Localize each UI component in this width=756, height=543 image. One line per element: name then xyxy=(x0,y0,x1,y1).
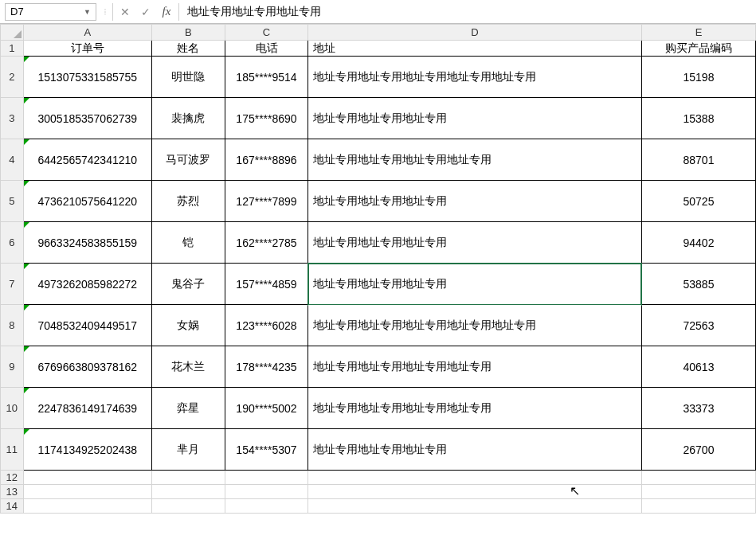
cell[interactable]: 明世隐 xyxy=(151,57,225,98)
cell[interactable]: 157****4859 xyxy=(225,264,307,305)
cell[interactable] xyxy=(308,485,642,499)
row-header-4[interactable]: 4 xyxy=(1,139,24,181)
header-cell[interactable]: 购买产品编码 xyxy=(641,41,755,57)
cell[interactable]: 167****8896 xyxy=(225,139,307,181)
cell[interactable]: 72563 xyxy=(641,305,755,346)
cell[interactable]: 地址专用地址专用地址专用地址专用地址专用 xyxy=(308,57,642,98)
cell[interactable] xyxy=(641,471,755,485)
cell[interactable] xyxy=(225,499,307,514)
cell[interactable]: 2247836149174639 xyxy=(23,388,151,429)
select-all-corner[interactable] xyxy=(1,25,24,41)
cell[interactable] xyxy=(151,471,225,485)
row-header-3[interactable]: 3 xyxy=(1,98,24,139)
cell[interactable]: 鬼谷子 xyxy=(151,264,225,305)
header-cell[interactable]: 姓名 xyxy=(151,41,225,57)
cell[interactable] xyxy=(308,499,642,514)
cell[interactable]: 6442565742341210 xyxy=(23,139,151,181)
cell[interactable] xyxy=(225,471,307,485)
row-header-9[interactable]: 9 xyxy=(1,346,24,388)
cell[interactable]: 地址专用地址专用地址专用地址专用 xyxy=(308,388,642,429)
cell[interactable] xyxy=(641,485,755,499)
cell[interactable] xyxy=(151,499,225,514)
cell[interactable]: 1513075331585755 xyxy=(23,57,151,98)
column-header-B[interactable]: B xyxy=(151,25,225,41)
cell[interactable]: 弈星 xyxy=(151,388,225,429)
cell[interactable] xyxy=(641,499,755,514)
cell[interactable] xyxy=(23,471,151,485)
cell[interactable]: 裴擒虎 xyxy=(151,98,225,139)
cell[interactable]: 地址专用地址专用地址专用 xyxy=(308,264,642,305)
cell[interactable]: 15388 xyxy=(641,98,755,139)
cell[interactable]: 4973262085982272 xyxy=(23,264,151,305)
cell[interactable]: 154****5307 xyxy=(225,429,307,471)
row-header-2[interactable]: 2 xyxy=(1,57,24,98)
column-header-A[interactable]: A xyxy=(23,25,151,41)
cell[interactable]: 33373 xyxy=(641,388,755,429)
cell-value: 2247836149174639 xyxy=(38,402,138,415)
cell[interactable]: 地址专用地址专用地址专用 xyxy=(308,222,642,264)
cell[interactable]: 6769663809378162 xyxy=(23,346,151,388)
cell[interactable]: 15198 xyxy=(641,57,755,98)
row-header-12[interactable]: 12 xyxy=(1,471,24,485)
cell[interactable]: 7048532409449517 xyxy=(23,305,151,346)
column-header-C[interactable]: C xyxy=(225,25,307,41)
row-header-7[interactable]: 7 xyxy=(1,264,24,305)
cell[interactable]: 127****7899 xyxy=(225,181,307,222)
cell[interactable]: 苏烈 xyxy=(151,181,225,222)
cell[interactable] xyxy=(23,485,151,499)
cell[interactable]: 4736210575641220 xyxy=(23,181,151,222)
header-cell[interactable]: 订单号 xyxy=(23,41,151,57)
cell-value: 地址专用地址专用地址专用地址专用 xyxy=(313,360,492,373)
cell[interactable]: 3005185357062739 xyxy=(23,98,151,139)
cell[interactable]: 地址专用地址专用地址专用地址专用 xyxy=(308,139,642,181)
row-header-10[interactable]: 10 xyxy=(1,388,24,429)
cell[interactable] xyxy=(225,485,307,499)
cell[interactable]: 地址专用地址专用地址专用地址专用 xyxy=(308,346,642,388)
cell[interactable]: 花木兰 xyxy=(151,346,225,388)
cell[interactable]: 9663324583855159 xyxy=(23,222,151,264)
cell[interactable]: 175****8690 xyxy=(225,98,307,139)
cell[interactable]: 女娲 xyxy=(151,305,225,346)
cell[interactable]: 53885 xyxy=(641,264,755,305)
cell[interactable]: 123****6028 xyxy=(225,305,307,346)
header-cell[interactable]: 电话 xyxy=(225,41,307,57)
cell[interactable]: 162****2785 xyxy=(225,222,307,264)
cell[interactable]: 50725 xyxy=(641,181,755,222)
cell[interactable] xyxy=(308,471,642,485)
column-header-D[interactable]: D xyxy=(308,25,642,41)
cell[interactable]: 地址专用地址专用地址专用 xyxy=(308,429,642,471)
cell[interactable]: 1174134925202438 xyxy=(23,429,151,471)
cell[interactable]: 94402 xyxy=(641,222,755,264)
confirm-button[interactable]: ✓ xyxy=(135,3,156,21)
name-box[interactable]: D7 ▼ xyxy=(5,3,96,21)
cell[interactable]: 地址专用地址专用地址专用 xyxy=(308,181,642,222)
cell[interactable]: 芈月 xyxy=(151,429,225,471)
cell[interactable]: 178****4235 xyxy=(225,346,307,388)
cell[interactable]: 26700 xyxy=(641,429,755,471)
error-indicator-icon xyxy=(24,181,29,186)
row-header-5[interactable]: 5 xyxy=(1,181,24,222)
cancel-button[interactable]: ✕ xyxy=(115,3,135,21)
cell[interactable]: 40613 xyxy=(641,346,755,388)
column-header-E[interactable]: E xyxy=(641,25,755,41)
spreadsheet-grid[interactable]: ABCDE 1订单号姓名电话地址购买产品编码21513075331585755明… xyxy=(0,24,756,514)
cell[interactable]: 88701 xyxy=(641,139,755,181)
row-header-14[interactable]: 14 xyxy=(1,499,24,514)
cell[interactable]: 185****9514 xyxy=(225,57,307,98)
cell[interactable]: 地址专用地址专用地址专用 xyxy=(308,98,642,139)
row-header-13[interactable]: 13 xyxy=(1,485,24,499)
cell[interactable] xyxy=(151,485,225,499)
cell[interactable] xyxy=(23,499,151,514)
formula-input[interactable] xyxy=(181,3,756,21)
cell[interactable]: 190****5002 xyxy=(225,388,307,429)
cell[interactable]: 马可波罗 xyxy=(151,139,225,181)
row-header-8[interactable]: 8 xyxy=(1,305,24,346)
resize-handle-icon[interactable]: ⋮⋮ xyxy=(100,9,111,15)
row-header-6[interactable]: 6 xyxy=(1,222,24,264)
header-cell[interactable]: 地址 xyxy=(308,41,642,57)
row-header-11[interactable]: 11 xyxy=(1,429,24,471)
cell[interactable]: 铠 xyxy=(151,222,225,264)
cell[interactable]: 地址专用地址专用地址专用地址专用地址专用 xyxy=(308,305,642,346)
row-header-1[interactable]: 1 xyxy=(1,41,24,57)
fx-button[interactable]: fx xyxy=(156,3,177,21)
